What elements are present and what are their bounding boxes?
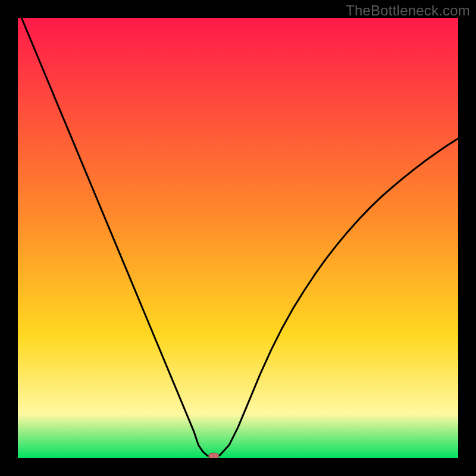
watermark-text: TheBottleneck.com: [346, 2, 470, 19]
plot-area: [18, 18, 458, 458]
gradient-background: [18, 18, 458, 458]
bottleneck-chart: [18, 18, 458, 458]
optimal-point-marker: [208, 453, 219, 458]
chart-frame: TheBottleneck.com: [0, 0, 476, 476]
